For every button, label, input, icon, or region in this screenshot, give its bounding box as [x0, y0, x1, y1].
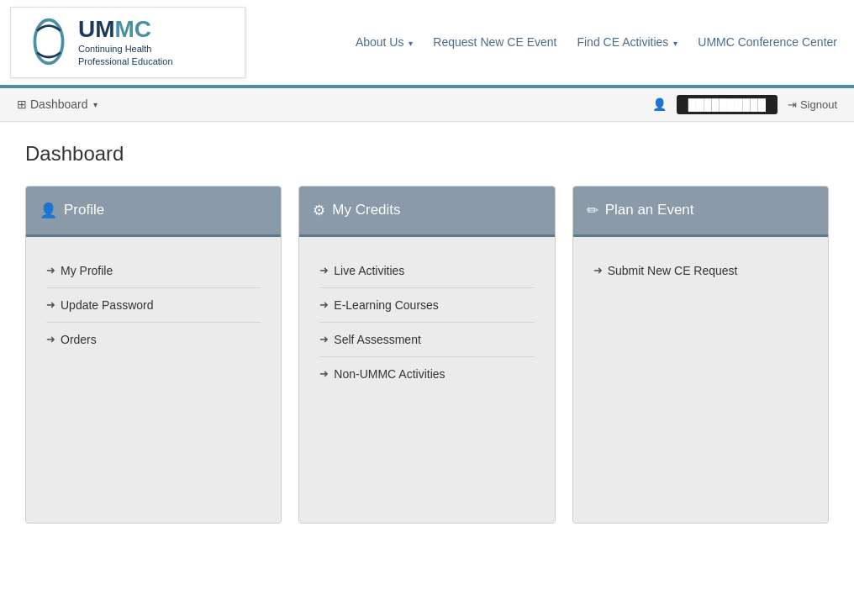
- arrow-icon-self-assessment: ➜: [319, 333, 329, 345]
- signout-label: Signout: [800, 98, 837, 111]
- logo-text: UMMC Continuing Health Professional Educ…: [78, 16, 173, 69]
- card-body-plan-an-event: ➜Submit New CE Request: [573, 237, 828, 523]
- logo-sub: Continuing Health Professional Education: [78, 43, 173, 69]
- arrow-icon-submit-new-ce-request: ➜: [593, 264, 603, 276]
- arrow-icon-orders: ➜: [46, 333, 55, 345]
- dashboard-menu[interactable]: ⊞ Dashboard ▾: [17, 97, 98, 111]
- card-header-plan-an-event: ✏Plan an Event: [573, 187, 828, 237]
- dashboard-label: Dashboard: [30, 97, 88, 111]
- arrow-icon-live-activities: ➜: [319, 264, 329, 276]
- card-plan-an-event: ✏Plan an Event➜Submit New CE Request: [572, 186, 829, 524]
- page-title: Dashboard: [25, 142, 829, 166]
- main-content: Dashboard 👤Profile➜My Profile➜Update Pas…: [0, 122, 854, 544]
- link-submit-new-ce-request[interactable]: ➜Submit New CE Request: [593, 254, 808, 287]
- card-icon-profile: 👤: [40, 202, 57, 219]
- logo-area: UMMC Continuing Health Professional Educ…: [10, 7, 245, 78]
- card-my-credits: ⚙My Credits➜Live Activities➜E-Learning C…: [298, 186, 555, 524]
- signout-icon: ⇥: [788, 98, 797, 111]
- nav-request-new-ce[interactable]: Request New CE Event: [433, 35, 556, 49]
- nav-find-ce[interactable]: Find CE Activities ▾: [577, 35, 677, 49]
- arrow-icon-update-password: ➜: [46, 298, 55, 311]
- card-body-my-credits: ➜Live Activities➜E-Learning Courses➜Self…: [299, 237, 554, 523]
- link-orders[interactable]: ➜Orders: [46, 323, 261, 356]
- card-header-my-credits: ⚙My Credits: [299, 187, 554, 237]
- logo-mc: MC: [115, 16, 152, 42]
- card-body-profile: ➜My Profile➜Update Password➜Orders: [26, 237, 281, 523]
- site-header: UMMC Continuing Health Professional Educ…: [0, 0, 854, 88]
- link-label-non-ummc-activities: Non-UMMC Activities: [334, 367, 445, 381]
- nav-about-us[interactable]: About Us ▾: [356, 35, 413, 49]
- arrow-icon-non-ummc-activities: ➜: [319, 367, 329, 380]
- link-self-assessment[interactable]: ➜Self Assessment: [319, 323, 534, 357]
- toolbar: ⊞ Dashboard ▾ 👤 ██████████ ⇥ Signout: [0, 88, 854, 122]
- dashboard-icon: ⊞: [17, 97, 27, 111]
- main-nav: About Us ▾ Request New CE Event Find CE …: [356, 35, 854, 49]
- find-ce-caret: ▾: [673, 39, 677, 48]
- user-name-badge: ██████████: [677, 95, 778, 114]
- link-my-profile[interactable]: ➜My Profile: [46, 254, 261, 288]
- toolbar-right: 👤 ██████████ ⇥ Signout: [652, 95, 837, 114]
- card-title-plan-an-event: Plan an Event: [605, 202, 694, 218]
- card-title-my-credits: My Credits: [332, 202, 400, 218]
- logo-um: UM: [78, 16, 115, 42]
- logo-ummc: UMMC: [78, 16, 173, 43]
- user-icon: 👤: [652, 97, 667, 111]
- nav-conference-center[interactable]: UMMC Conference Center: [698, 35, 837, 49]
- link-label-e-learning-courses: E-Learning Courses: [334, 298, 439, 312]
- card-title-profile: Profile: [64, 202, 104, 218]
- link-non-ummc-activities[interactable]: ➜Non-UMMC Activities: [319, 357, 534, 391]
- signout-button[interactable]: ⇥ Signout: [788, 98, 837, 111]
- link-label-live-activities: Live Activities: [334, 264, 404, 277]
- card-header-profile: 👤Profile: [26, 187, 281, 237]
- link-update-password[interactable]: ➜Update Password: [46, 288, 261, 323]
- card-icon-my-credits: ⚙: [313, 202, 325, 219]
- card-icon-plan-an-event: ✏: [587, 202, 598, 219]
- arrow-icon-e-learning-courses: ➜: [319, 298, 329, 311]
- card-profile: 👤Profile➜My Profile➜Update Password➜Orde…: [25, 186, 282, 524]
- link-live-activities[interactable]: ➜Live Activities: [319, 254, 534, 288]
- link-label-submit-new-ce-request: Submit New CE Request: [608, 264, 738, 277]
- link-label-update-password: Update Password: [61, 298, 154, 312]
- logo-icon: [28, 17, 70, 67]
- link-e-learning-courses[interactable]: ➜E-Learning Courses: [319, 288, 534, 323]
- about-us-caret: ▾: [409, 39, 413, 48]
- dashboard-cards: 👤Profile➜My Profile➜Update Password➜Orde…: [25, 186, 829, 524]
- link-label-self-assessment: Self Assessment: [334, 333, 421, 346]
- dashboard-caret: ▾: [93, 100, 98, 109]
- link-label-my-profile: My Profile: [61, 264, 113, 277]
- arrow-icon-my-profile: ➜: [46, 264, 55, 276]
- link-label-orders: Orders: [61, 333, 97, 346]
